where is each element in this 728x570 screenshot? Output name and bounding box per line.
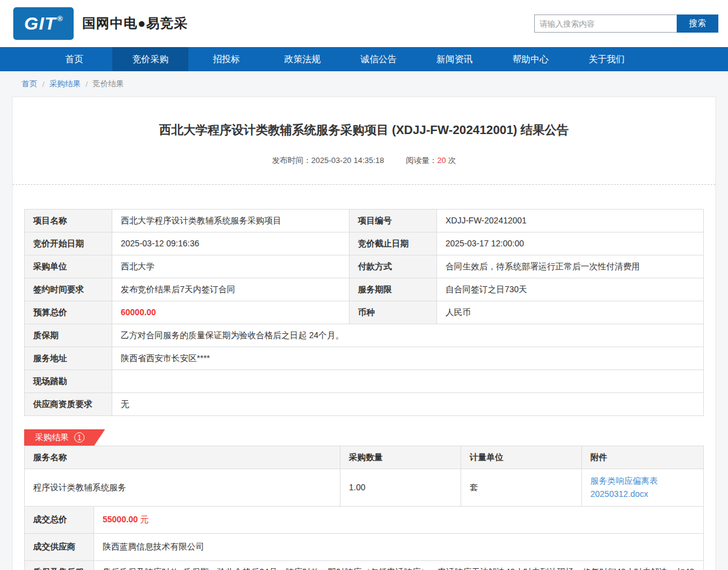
field-label: 服务期限 [350,278,437,301]
breadcrumb-separator: / [42,80,45,89]
field-label: 服务地址 [25,347,112,370]
field-value: 发布竞价结果后7天内签订合同 [112,278,350,301]
breadcrumb-home-link[interactable]: 首页 [22,78,37,89]
field-value: 人民币 [437,301,704,324]
publish-time-label: 发布时间： [272,156,311,165]
nav-item-bidding-purchase[interactable]: 竞价采购 [112,47,188,71]
table-row: 成交总价 55000.00 元 [25,506,704,533]
article-meta: 发布时间：2025-03-20 14:35:18阅读量：20 次 [13,155,715,166]
table-row: 质保期 乙方对合同服务的质量保证期为验收合格后之日起 24个月。 [25,324,704,347]
unit-of-measure: 套 [461,469,582,507]
field-label: 现场踏勘 [25,370,112,393]
table-header-row: 服务名称 采购数量 计量单位 附件 [25,446,704,469]
field-label: 项目名称 [25,210,112,232]
field-value: 自合同签订之日730天 [437,278,704,301]
field-value: 乙方对合同服务的质量保证期为验收合格后之日起 24个月。 [112,324,704,347]
field-label: 成交供应商 [25,533,94,560]
deal-summary-table: 成交总价 55000.00 元 成交供应商 陕西蓝腾信息技术有限公司 质保及售后… [24,506,704,570]
page: GIT® 国网中电●易竞采 搜索 首页 竞价采购 招投标 政策法规 诚信公告 新… [0,0,728,570]
table-row: 服务地址 陕西省西安市长安区**** [25,347,704,370]
field-value: 西北大学 [112,255,350,278]
divider-dashed [13,184,715,185]
nav-item-help-center[interactable]: 帮助中心 [493,47,569,71]
field-label: 质保及售后服务 [25,560,94,570]
field-label: 采购单位 [25,255,112,278]
search-bar: 搜索 [534,14,718,33]
field-value: 陕西省西安市长安区**** [112,347,704,370]
table-row: 预算总价 60000.00 币种 人民币 [25,301,704,324]
field-value: XDJJ-FW-202412001 [437,210,704,232]
breadcrumb-current: 竞价结果 [92,78,124,89]
field-value: 无 [112,393,704,416]
breadcrumb-purchase-results-link[interactable]: 采购结果 [49,78,81,89]
page-title: 西北大学程序设计类教辅系统服务采购项目 (XDJJ-FW-202412001) … [13,97,715,138]
breadcrumb: 首页 / 采购结果 / 竞价结果 [0,71,728,97]
deal-total-cell: 55000.00 元 [94,506,704,533]
breadcrumb-separator: / [86,80,88,89]
column-header: 服务名称 [25,446,340,469]
budget-total-value: 60000.00 [112,301,350,324]
registered-mark: ® [57,14,63,23]
field-label: 币种 [350,301,437,324]
logo-text: GIT [24,14,56,33]
column-header: 采购数量 [340,446,461,469]
field-value: 2025-03-12 09:16:36 [112,232,350,255]
search-button[interactable]: 搜索 [677,14,718,33]
field-label: 预算总价 [25,301,112,324]
nav-item-about-us[interactable]: 关于我们 [569,47,645,71]
project-info-table: 项目名称 西北大学程序设计类教辅系统服务采购项目 项目编号 XDJJ-FW-20… [24,209,704,416]
table-row: 成交供应商 陕西蓝腾信息技术有限公司 [25,533,704,560]
field-label: 项目编号 [350,210,437,232]
content-card: 西北大学程序设计类教辅系统服务采购项目 (XDJJ-FW-202412001) … [12,97,716,570]
field-value: 2025-03-17 12:00:00 [437,232,704,255]
nav-item-tender[interactable]: 招投标 [188,47,264,71]
attachment-cell: 服务类响应偏离表20250312.docx [582,469,704,507]
table-row: 采购单位 西北大学 付款方式 合同生效后，待系统部署运行正常后一次性付清费用 [25,255,704,278]
field-label: 签约时间要求 [25,278,112,301]
table-row: 竞价开始日期 2025-03-12 09:16:36 竞价截止日期 2025-0… [25,232,704,255]
table-row: 签约时间要求 发布竞价结果后7天内签订合同 服务期限 自合同签订之日730天 [25,278,704,301]
ribbon-label: 采购结果 [35,432,69,443]
field-value: 西北大学程序设计类教辅系统服务采购项目 [112,210,350,232]
attachment-name-line2: 20250312.docx [590,489,648,499]
views-count: 20 [437,156,445,165]
field-label: 供应商资质要求 [25,393,112,416]
logo[interactable]: GIT® [13,7,74,40]
publish-time-value: 2025-03-20 14:35:18 [311,156,385,165]
views-label: 阅读量： [406,156,437,165]
views-unit: 次 [448,156,456,165]
field-label: 成交总价 [25,506,94,533]
purchase-result-ribbon: 采购结果 1 [24,429,105,446]
attachment-link[interactable]: 服务类响应偏离表20250312.docx [590,474,695,501]
site-header: GIT® 国网中电●易竞采 搜索 [0,0,728,47]
table-row: 质保及售后服务 售后质保及响应时效: 质保期：验收合格后24月。响应时效：即时响… [25,560,704,570]
field-label: 付款方式 [350,255,437,278]
field-value: 合同生效后，待系统部署运行正常后一次性付清费用 [437,255,704,278]
deal-total-amount: 55000.00 [103,514,138,524]
result-count-badge: 1 [74,432,85,443]
search-input[interactable] [534,14,677,33]
service-name: 程序设计类教辅系统服务 [25,469,340,507]
field-label: 竞价开始日期 [25,232,112,255]
table-row: 供应商资质要求 无 [25,393,704,416]
warranty-service-value: 售后质保及响应时效: 质保期：验收合格后24月。响应时效：即时响应（包括电话响应… [94,560,704,570]
nav-item-home[interactable]: 首页 [36,47,112,71]
purchase-quantity: 1.00 [340,469,461,507]
table-row: 现场踏勘 [25,370,704,393]
field-label: 竞价截止日期 [350,232,437,255]
purchase-result-table: 服务名称 采购数量 计量单位 附件 程序设计类教辅系统服务 1.00 套 服务类… [24,446,704,507]
nav-item-news[interactable]: 新闻资讯 [417,47,493,71]
field-value [112,370,704,393]
nav-item-integrity-notice[interactable]: 诚信公告 [340,47,417,71]
column-header: 附件 [582,446,704,469]
deal-total-unit: 元 [140,514,148,524]
nav-item-policies[interactable]: 政策法规 [264,47,340,71]
main-nav: 首页 竞价采购 招投标 政策法规 诚信公告 新闻资讯 帮助中心 关于我们 [0,47,728,71]
deal-supplier-value: 陕西蓝腾信息技术有限公司 [94,533,704,560]
table-row: 程序设计类教辅系统服务 1.00 套 服务类响应偏离表20250312.docx [25,469,704,507]
column-header: 计量单位 [461,446,582,469]
attachment-name-line1: 服务类响应偏离表 [590,476,658,485]
table-row: 项目名称 西北大学程序设计类教辅系统服务采购项目 项目编号 XDJJ-FW-20… [25,210,704,232]
brand-title: 国网中电●易竞采 [82,14,188,33]
field-label: 质保期 [25,324,112,347]
